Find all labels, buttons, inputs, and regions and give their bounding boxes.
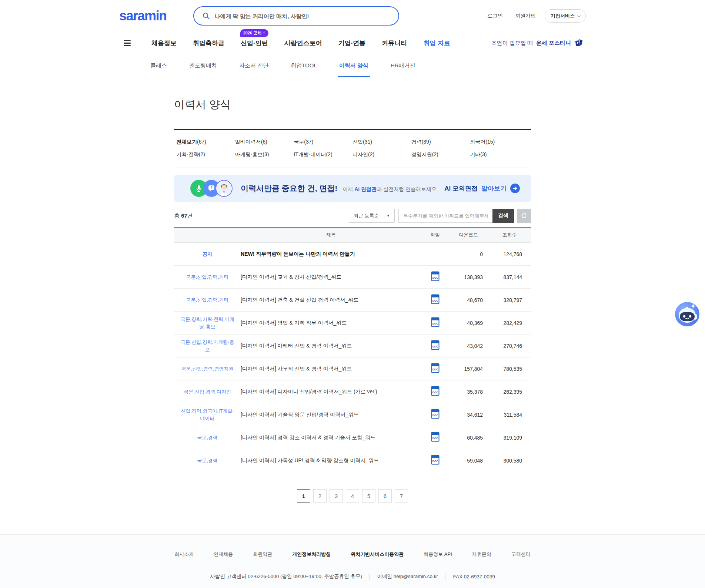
row-title[interactable]: [디자인 이력서] 디자이너 신입/경력 이력서_워드 (가로 ver.) — [241, 380, 421, 403]
footer-link-api[interactable]: 채용정보 API — [424, 551, 452, 558]
page-button-2[interactable]: 2 — [313, 489, 327, 503]
row-category[interactable]: 국문,경력 — [174, 426, 241, 449]
snb-item-hr-magazine[interactable]: HR매거진 — [389, 55, 417, 77]
row-title[interactable]: [디자인 이력서] 가독성 UP! 경력 & 역량 강조형 이력서_워드 — [241, 449, 421, 472]
global-nav: 채용정보 취업축하금 2026 공채⚡ 신입·인턴 사람인스토어 기업·연봉 커… — [0, 31, 705, 55]
footer-link-location-terms[interactable]: 위치기반서비스이용약관 — [351, 551, 404, 558]
doc-file-icon[interactable]: DOC — [431, 294, 440, 306]
row-category[interactable]: 국문,신입,경력,마케팅·홍보 — [174, 335, 241, 357]
footer-link-about[interactable]: 회사소개 — [174, 551, 194, 558]
keyword-search-input[interactable] — [398, 209, 492, 223]
reset-icon — [521, 212, 527, 219]
row-category[interactable]: 신입,경력,외국어,IT개발·데이터 — [174, 403, 241, 426]
reset-button[interactable] — [517, 209, 531, 223]
row-title[interactable]: [디자인 이력서] 마케터 신입 & 경력 이력서_워드 — [241, 335, 421, 357]
category-alba[interactable]: 알바이력서(6) — [235, 139, 294, 145]
row-category[interactable]: 국문,경력,기획·전략,마케팅·홍보 — [174, 312, 241, 335]
snb-item-coverletter[interactable]: 자소서 진단 — [238, 55, 270, 77]
doc-file-icon[interactable]: DOC — [431, 340, 440, 352]
row-title[interactable]: [디자인 이력서] 영업 & 기획 직무 이력서_워드 — [241, 312, 421, 335]
snb-item-mentoring[interactable]: 멘토링매치 — [188, 55, 218, 77]
keyword-search-button[interactable]: 검색 — [492, 209, 514, 223]
global-search-input[interactable] — [215, 13, 390, 19]
ai-interviewer-link[interactable]: Ai 면접관 — [354, 186, 377, 192]
row-title[interactable]: [디자인 이력서] 경력 강조 이력서 & 경력 기술서 포함_워드 — [241, 426, 421, 449]
row-downloads: 0 — [449, 243, 488, 266]
row-category[interactable]: 공지 — [174, 243, 241, 266]
page-button-7[interactable]: 7 — [395, 489, 408, 503]
doc-file-icon[interactable]: DOC — [431, 363, 440, 374]
gnb-item-resources[interactable]: 취업 자료 — [423, 39, 450, 47]
biz-service-button[interactable]: 기업서비스 — [545, 9, 586, 23]
footer-link-partnership[interactable]: 제휴문의 — [472, 551, 491, 558]
category-etc[interactable]: 기타(3) — [470, 151, 529, 158]
doc-file-icon[interactable]: DOC — [431, 386, 440, 397]
menu-icon[interactable] — [124, 40, 131, 46]
ai-interview-banner[interactable]: ? 이력서만큼 중요한 건, 면접! 이제 Ai 면접관과 실전처럼 연습해보세… — [174, 175, 531, 202]
row-title[interactable]: [디자인 이력서] 건축 & 건설 신입 경력 이력서_워드 — [241, 289, 421, 312]
row-category[interactable]: 국문,신입,경력,경영지원 — [174, 357, 241, 380]
gnb-item-bonus[interactable]: 취업축하금 — [193, 39, 224, 47]
row-views: 300,580 — [488, 449, 531, 472]
table-row: 국문,경력 [디자인 이력서] 경력 강조 이력서 & 경력 기술서 포함_워드… — [174, 426, 531, 449]
footer-link-privacy[interactable]: 개인정보처리방침 — [292, 551, 331, 558]
doc-file-icon[interactable]: DOC — [431, 409, 440, 420]
gnb-item-company[interactable]: 기업·연봉 — [338, 39, 366, 47]
row-category[interactable]: 국문,신입,경력,기타 — [174, 289, 241, 312]
total-count: 총 67건 — [174, 212, 193, 219]
snb-item-class[interactable]: 클래스 — [149, 55, 168, 77]
category-newbie[interactable]: 신입(31) — [352, 139, 411, 145]
category-experienced[interactable]: 경력(39) — [411, 139, 470, 145]
row-title[interactable]: [디자인 이력서] 사무직 신입 & 경력 이력서_워드 — [241, 357, 421, 380]
sort-dropdown[interactable]: 최근 등록순 ▼ — [349, 209, 395, 223]
category-design[interactable]: 디자인(2) — [352, 151, 411, 158]
sub-nav: 클래스 멘토링매치 자소서 진단 취업TOOL 이력서 양식 HR매거진 — [0, 55, 705, 77]
snb-item-resume-forms[interactable]: 이력서 양식 — [338, 55, 370, 77]
category-management[interactable]: 경영지원(2) — [411, 151, 470, 158]
doc-file-icon[interactable]: DOC — [431, 432, 440, 443]
footer-link-careers[interactable]: 인재채용 — [214, 551, 233, 558]
doc-file-icon[interactable]: DOC — [431, 455, 440, 466]
page-button-4[interactable]: 4 — [346, 489, 359, 503]
row-category[interactable]: 국문,경력 — [174, 449, 241, 472]
signup-link[interactable]: 회원가입 — [515, 13, 536, 19]
fortune-promo-link[interactable]: 조언이 필요할 때 운세 포스티니 — [491, 39, 584, 48]
category-korean[interactable]: 국문(37) — [294, 139, 352, 145]
page-button-5[interactable]: 5 — [362, 489, 375, 503]
row-title[interactable]: NEW! 직무역량이 돋보이는 나만의 이력서 만들기 — [241, 243, 421, 266]
page-title: 이력서 양식 — [174, 97, 531, 112]
svg-text:DOC: DOC — [432, 345, 438, 348]
row-downloads: 48,670 — [449, 289, 488, 312]
global-search-bar[interactable] — [193, 6, 399, 26]
footer-link-terms[interactable]: 회원약관 — [253, 551, 272, 558]
gnb-item-newbie[interactable]: 2026 공채⚡ 신입·인턴 — [241, 39, 268, 47]
row-title[interactable]: [디자인 이력서] 기술직 영문 신입/경력 이력서_워드 — [241, 403, 421, 426]
svg-text:DOC: DOC — [432, 460, 438, 463]
login-link[interactable]: 로그인 — [487, 13, 503, 19]
header-title: 제목 — [241, 228, 421, 243]
gnb-item-jobs[interactable]: 채용정보 — [151, 39, 177, 47]
doc-file-icon[interactable]: DOC — [431, 317, 440, 329]
header-category — [174, 228, 241, 243]
footer-link-support[interactable]: 고객센터 — [511, 551, 531, 558]
page-button-6[interactable]: 6 — [378, 489, 392, 503]
page-button-1[interactable]: 1 — [297, 489, 310, 503]
category-it[interactable]: IT개발·데이터(2) — [294, 151, 352, 158]
row-category[interactable]: 국문,신입,경력,기타 — [174, 266, 241, 289]
row-title[interactable]: [디자인 이력서] 교육 & 강사 신입/경력_워드 — [241, 266, 421, 289]
chatbot-button[interactable] — [674, 300, 701, 327]
gnb-item-store[interactable]: 사람인스토어 — [284, 39, 322, 47]
category-foreign[interactable]: 외국어(15) — [470, 139, 529, 145]
page-button-3[interactable]: 3 — [330, 489, 343, 503]
ai-mock-interview-link[interactable]: Ai 모의면접 알아보기 — [444, 184, 520, 193]
category-planning[interactable]: 기획·전략(2) — [176, 151, 235, 158]
doc-file-icon[interactable]: DOC — [431, 271, 440, 283]
chevron-down-icon — [577, 14, 581, 17]
saramin-logo[interactable]: saramin — [119, 8, 167, 24]
contact-email: 이메일 help@saramin.co.kr — [377, 573, 438, 580]
row-category[interactable]: 국문,신입,경력,디자인 — [174, 380, 241, 403]
category-marketing[interactable]: 마케팅·홍보(3) — [235, 151, 294, 158]
category-all[interactable]: 전체보기(67) — [176, 139, 235, 145]
snb-item-tool[interactable]: 취업TOOL — [289, 55, 318, 77]
gnb-item-community[interactable]: 커뮤니티 — [382, 39, 407, 47]
